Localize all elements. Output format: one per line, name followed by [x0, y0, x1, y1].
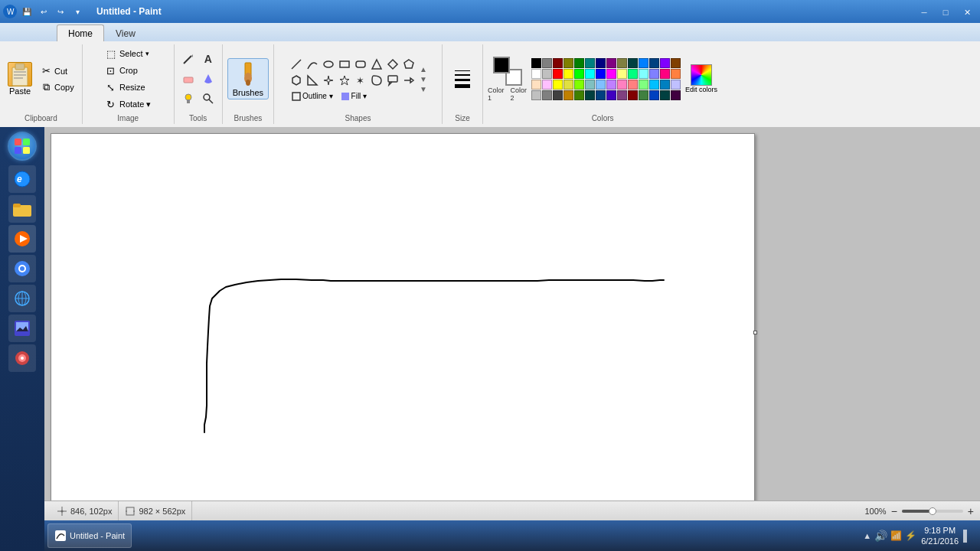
arrow-shape[interactable]: [401, 73, 416, 88]
edit-colors-button[interactable]: Edit colors: [685, 64, 717, 94]
start-button[interactable]: [8, 132, 37, 161]
shapes-dropdown[interactable]: ▼: [420, 85, 427, 93]
expand-tray-icon[interactable]: ▲: [863, 531, 871, 540]
color-swatch[interactable]: [553, 90, 563, 100]
eraser-tool[interactable]: [179, 70, 198, 88]
resize-button[interactable]: ⤡ Resize: [102, 80, 154, 95]
close-button[interactable]: [957, 4, 977, 19]
rect-shape[interactable]: [337, 57, 352, 72]
color-swatch[interactable]: [660, 90, 670, 100]
color-swatch[interactable]: [574, 69, 584, 79]
fill-tool[interactable]: [199, 70, 217, 88]
color-swatch[interactable]: [628, 80, 638, 90]
color-swatch[interactable]: [585, 69, 595, 79]
color-swatch[interactable]: [596, 58, 606, 68]
color-swatch[interactable]: [606, 69, 616, 79]
color-swatch[interactable]: [585, 58, 595, 68]
color-swatch[interactable]: [564, 69, 573, 79]
sidebar-network-icon[interactable]: [8, 285, 36, 312]
shapes-scroll-up[interactable]: ▲: [420, 65, 427, 73]
callout-shape[interactable]: [385, 73, 400, 88]
color-swatch[interactable]: [542, 58, 552, 68]
copy-button[interactable]: ⧉ Copy: [37, 80, 77, 95]
color-swatch[interactable]: [617, 80, 627, 90]
color-swatch[interactable]: [564, 90, 573, 100]
color-swatch[interactable]: [585, 80, 595, 90]
color-swatch[interactable]: [660, 58, 670, 68]
save-quick-btn[interactable]: 💾: [20, 5, 34, 18]
dropdown-quick-btn[interactable]: ▾: [70, 5, 84, 18]
rounded-shape[interactable]: [369, 73, 384, 88]
color-swatch[interactable]: [553, 69, 563, 79]
color-swatch[interactable]: [531, 90, 541, 100]
color-swatch[interactable]: [542, 90, 552, 100]
color-swatch[interactable]: [531, 58, 541, 68]
sidebar-paint-icon[interactable]: [8, 344, 36, 372]
color-swatch[interactable]: [574, 80, 584, 90]
color-swatch[interactable]: [606, 90, 616, 100]
undo-quick-btn[interactable]: ↩: [37, 5, 51, 18]
oval-shape[interactable]: [321, 57, 336, 72]
zoom-out-btn[interactable]: −: [891, 505, 897, 517]
color-swatch[interactable]: [617, 58, 627, 68]
tab-view[interactable]: View: [104, 24, 147, 41]
fill-btn[interactable]: Fill ▾: [338, 91, 371, 102]
color-swatch[interactable]: [564, 58, 573, 68]
color-swatch[interactable]: [596, 80, 606, 90]
volume-icon[interactable]: 🔊: [874, 530, 887, 542]
battery-icon[interactable]: ⚡: [905, 530, 916, 541]
color-swatch[interactable]: [649, 69, 659, 79]
zoom-thumb[interactable]: [929, 507, 936, 515]
tab-home[interactable]: Home: [57, 24, 104, 41]
color-swatch[interactable]: [639, 58, 648, 68]
triangle-shape[interactable]: [369, 57, 384, 72]
sidebar-ie-icon[interactable]: e: [8, 165, 36, 193]
color-swatch[interactable]: [628, 90, 638, 100]
maximize-button[interactable]: [936, 4, 956, 19]
zoom-slider[interactable]: [902, 510, 963, 513]
color-swatch[interactable]: [531, 69, 541, 79]
color-swatch[interactable]: [671, 80, 681, 90]
color-swatch[interactable]: [542, 69, 552, 79]
sidebar-media-icon[interactable]: [8, 225, 36, 253]
sidebar-folder-icon[interactable]: [8, 195, 36, 223]
network-icon[interactable]: 📶: [890, 530, 902, 541]
star6-shape[interactable]: ✶: [353, 73, 368, 88]
color-swatch[interactable]: [617, 90, 627, 100]
paste-button[interactable]: Paste: [5, 60, 35, 97]
color-swatch[interactable]: [660, 69, 670, 79]
color-swatch[interactable]: [606, 58, 616, 68]
right-triangle-shape[interactable]: [305, 73, 320, 88]
show-desktop-btn[interactable]: ▌: [963, 530, 971, 542]
color-swatch[interactable]: [574, 58, 584, 68]
cut-button[interactable]: ✂ Cut: [37, 64, 77, 79]
color-swatch[interactable]: [628, 69, 638, 79]
canvas-svg[interactable]: [51, 134, 754, 500]
pentagon-shape[interactable]: [401, 57, 416, 72]
colorpicker-tool[interactable]: [179, 90, 198, 108]
color-swatch[interactable]: [649, 80, 659, 90]
color-swatch[interactable]: [628, 58, 638, 68]
star5-shape[interactable]: [337, 73, 352, 88]
color-swatch[interactable]: [639, 90, 648, 100]
color-swatch[interactable]: [585, 90, 595, 100]
color-swatch[interactable]: [671, 90, 681, 100]
diamond-shape[interactable]: [385, 57, 400, 72]
canvas-container[interactable]: [44, 127, 980, 500]
color-swatch[interactable]: [649, 90, 659, 100]
color1-swatch[interactable]: [493, 57, 510, 73]
color-swatch[interactable]: [671, 58, 681, 68]
color-swatch[interactable]: [660, 80, 670, 90]
crop-button[interactable]: ⊡ Crop: [102, 63, 154, 78]
color-swatch[interactable]: [639, 80, 648, 90]
pencil-tool[interactable]: [179, 50, 198, 68]
brushes-button[interactable]: Brushes: [227, 58, 269, 99]
color-swatch[interactable]: [617, 69, 627, 79]
minimize-button[interactable]: [914, 4, 934, 19]
color-swatch[interactable]: [596, 69, 606, 79]
sidebar-image-icon[interactable]: [8, 315, 36, 342]
size-button[interactable]: [447, 66, 478, 93]
color-swatch[interactable]: [671, 69, 681, 79]
color-swatch[interactable]: [542, 80, 552, 90]
star4-shape[interactable]: [321, 73, 336, 88]
